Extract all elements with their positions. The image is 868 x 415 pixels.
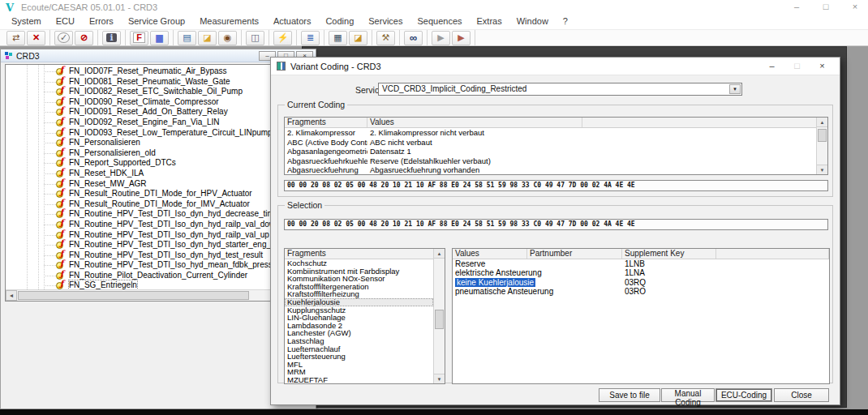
tree-item[interactable]: ƒ FN_Result_Routine_DTI_Mode_for_IMV_Act…: [6, 199, 312, 210]
tree-item[interactable]: ƒ FN_Result_Routine_DTI_Mode_for_HPV_Act…: [6, 189, 312, 199]
tree-item[interactable]: ƒ FN_IOD082_Reset_ETC_Switchable_Oil_Pum…: [6, 87, 312, 97]
tree-item[interactable]: ƒ FN_Report_Supported_DTCs: [6, 158, 312, 169]
close-dialog-button[interactable]: Close: [774, 388, 829, 402]
scroll-up-icon[interactable]: ▲: [434, 249, 445, 259]
hierarchy-icon[interactable]: ◫: [246, 31, 264, 45]
report-icon[interactable]: ≣: [301, 31, 320, 45]
tree-item[interactable]: ƒ FN_IOD091_Reset_Add_On_Battery_Relay: [6, 107, 312, 118]
fault-memory-icon[interactable]: F: [130, 31, 148, 45]
minimize-button[interactable]: –: [792, 2, 801, 11]
value-row[interactable]: pneumatische Ansteuerung 03RO: [453, 287, 829, 296]
column-header-empty[interactable]: [582, 118, 827, 127]
tree-item[interactable]: ƒ FN_Routine_HPV_Test_DTI_Iso_dyn_hyd_te…: [6, 250, 312, 261]
tree-item[interactable]: ƒ FN_IOD090_Reset_Climate_Compressor: [6, 97, 312, 108]
crd3-window-titlebar[interactable]: CRD3 – □ ×: [1, 49, 316, 62]
tree-item[interactable]: ƒ FN_Personalisieren: [6, 138, 312, 148]
menu-item[interactable]: Actuators: [266, 15, 318, 29]
disconnect-icon[interactable]: ✕: [27, 31, 45, 45]
dialog-titlebar[interactable]: Variant Coding - CRD3: [271, 58, 840, 75]
column-header-values[interactable]: Values: [367, 118, 582, 127]
connect-icon[interactable]: ⇄: [6, 31, 25, 45]
scroll-left-icon[interactable]: ◂: [6, 290, 17, 301]
plug-in-icon[interactable]: ▶: [452, 31, 471, 45]
scroll-down-icon[interactable]: ▼: [434, 374, 445, 383]
menu-item[interactable]: Sequences: [410, 15, 469, 29]
tree-horizontal-scrollbar[interactable]: ◂: [6, 289, 312, 301]
menu-item[interactable]: Window: [509, 15, 556, 29]
dialog-close-button[interactable]: ×: [810, 61, 835, 71]
tree-item[interactable]: ƒ FN_Routine_HPV_Test_DTI_Iso_dyn_hyd_de…: [6, 209, 312, 220]
table-row[interactable]: Abgasrueckfuehrung Abgasrueckfuehrung vo…: [285, 165, 816, 174]
maximize-button[interactable]: □: [821, 2, 831, 11]
tree-item[interactable]: ƒ FN_Routine_HPV_Test_DTI_Iso_hyd_mean_f…: [6, 260, 312, 271]
manual-coding-button[interactable]: Manual Coding: [661, 388, 715, 402]
chevron-down-icon[interactable]: ▼: [729, 84, 741, 94]
binoculars-icon[interactable]: ∞: [404, 31, 423, 45]
close-button[interactable]: ×: [850, 2, 860, 11]
tree-item[interactable]: ƒ FN_Reset_MW_AGR: [6, 179, 312, 190]
tools-search-icon[interactable]: ⚒: [376, 31, 395, 45]
folder-chart-icon[interactable]: ◪: [349, 31, 367, 45]
current-coding-scrollbar[interactable]: ▲ ▼: [816, 118, 827, 174]
value-row[interactable]: Reserve 1LNB: [453, 259, 829, 268]
tree-item[interactable]: ƒ FN_IOD081_Reset_Pneumatic_Waste_Gate: [6, 77, 312, 88]
fragments-list-header[interactable]: Fragments: [285, 249, 433, 259]
fragment-item[interactable]: MZUEFTAF: [285, 376, 433, 383]
save-to-file-button[interactable]: Save to file: [599, 388, 660, 402]
no-entry-icon[interactable]: ⊘: [75, 31, 93, 45]
table-row[interactable]: Abgasanlagengeometrie Datensatz 1: [285, 147, 816, 156]
tree-item[interactable]: ƒ FN_Routine_HPV_Test_DTI_Iso_dyn_hyd_st…: [6, 240, 312, 250]
menu-item[interactable]: Service Group: [121, 15, 192, 29]
services-dropdown[interactable]: VCD_CRD3_Implicit_Coding_Restricted ▼: [378, 83, 742, 96]
column-header-supplement-key[interactable]: Supplement Key: [622, 249, 716, 259]
fragment-item[interactable]: MFL: [285, 361, 433, 369]
table-row[interactable]: Abgasrueckfuehrkuehler Reserve (Edelstah…: [285, 156, 816, 166]
tree-item[interactable]: ƒ FN_IOD07F_Reset_Pneumatic_Air_Bypass: [6, 66, 312, 77]
ecu-coding-button[interactable]: ECU-Coding: [715, 388, 772, 402]
tree-item[interactable]: ƒ FN_Reset_HDK_ILA: [6, 169, 312, 179]
menu-item[interactable]: System: [4, 15, 49, 29]
plug-out-icon[interactable]: ▶: [432, 31, 450, 45]
menu-item[interactable]: Services: [361, 15, 410, 29]
menu-item[interactable]: Errors: [82, 15, 121, 29]
menu-item[interactable]: ECU: [49, 15, 82, 29]
tree-item[interactable]: ƒ FN_IOD092_Reset_Engine_Fan_Via_LIN: [6, 118, 312, 128]
column-header-fragments[interactable]: Fragments: [285, 118, 367, 127]
table-row[interactable]: 2. Klimakompressor 2. Klimakompressor ni…: [285, 128, 816, 138]
drive-info-icon[interactable]: ℹ: [102, 31, 121, 45]
value-row[interactable]: keine Kuehlerjalousie 03RQ: [453, 278, 829, 287]
scroll-up-icon[interactable]: ▲: [817, 118, 827, 127]
column-header-values[interactable]: Values: [453, 249, 527, 259]
table-row[interactable]: ABC (Active Body Control) ABC nicht verb…: [285, 138, 816, 148]
export-folder-icon[interactable]: ◪: [198, 31, 217, 45]
tree-item[interactable]: ƒ FN_Routine_HPV_Test_DTI_Iso_dyn_hyd_ra…: [6, 230, 312, 241]
tree-item[interactable]: ƒ FN_Personalisieren_old: [6, 148, 312, 159]
app-titlebar[interactable]: V Ecoute/CAESAR 05.01.01 - CRD3 – □ ×: [0, 0, 868, 15]
column-header-partnumber[interactable]: Partnumber: [527, 249, 622, 259]
dialog-maximize-button[interactable]: □: [784, 61, 810, 71]
scrollbar-thumb[interactable]: [818, 129, 827, 142]
check-circle-icon[interactable]: ✓: [54, 31, 73, 45]
dialog-minimize-button[interactable]: –: [759, 61, 784, 71]
current-coding-hex-field[interactable]: 00 00 20 08 02 05 00 48 20 10 21 10 AF 8…: [284, 180, 828, 191]
scroll-down-icon[interactable]: ▼: [817, 165, 827, 174]
flash-icon[interactable]: ⚡: [273, 31, 292, 45]
menu-item[interactable]: Coding: [318, 15, 361, 29]
fragments-scrollbar[interactable]: ▲ ▼: [433, 249, 445, 383]
eye-icon[interactable]: ◉: [218, 31, 237, 45]
vehicle-icon[interactable]: ▆: [150, 31, 169, 45]
scrollbar-thumb[interactable]: [18, 291, 249, 300]
scrollbar-thumb[interactable]: [435, 310, 444, 329]
measurement-screen-icon[interactable]: ▤: [178, 31, 196, 45]
fragment-item[interactable]: Lueftersteuerung: [285, 353, 433, 361]
value-row[interactable]: elektrische Ansteuerung 1LNA: [453, 268, 829, 277]
selection-hex-field[interactable]: 00 00 20 08 02 05 00 48 20 10 21 10 AF 8…: [284, 219, 828, 230]
tree-item[interactable]: ƒ FN_Routine_Pilot_Deactivation_Current_…: [6, 271, 312, 281]
tree-item[interactable]: ƒ FN_Routine_HPV_Test_DTI_Iso_dyn_hyd_ra…: [6, 220, 312, 230]
menu-item[interactable]: Extras: [470, 15, 509, 29]
tree-item[interactable]: ƒ FN_IOD093_Reset_Low_Temperature_Circui…: [6, 128, 312, 139]
menu-item[interactable]: ?: [556, 15, 575, 29]
column-header-empty[interactable]: [716, 249, 829, 259]
menu-item[interactable]: Measurements: [192, 15, 266, 29]
data-table-icon[interactable]: ▦: [329, 31, 347, 45]
